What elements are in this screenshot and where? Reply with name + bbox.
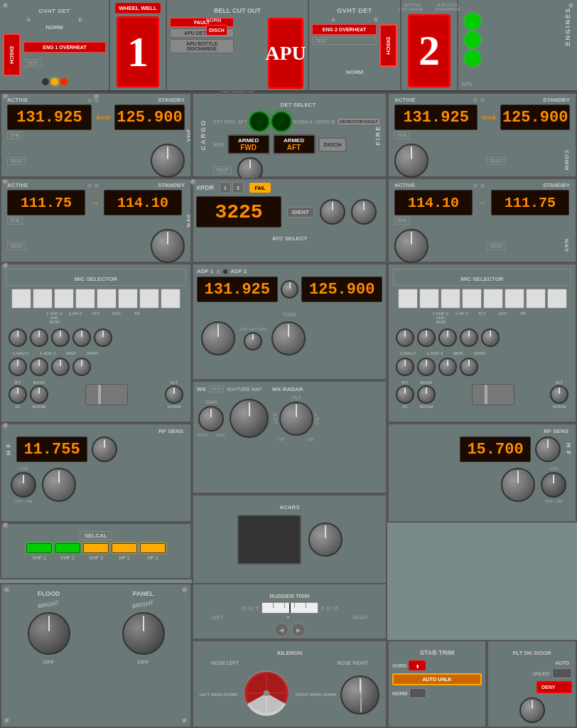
nav-right-active-freq: 114.10	[394, 190, 473, 215]
mic-sel-right-btn-3[interactable]	[441, 289, 460, 309]
eng2-overheat-btn[interactable]: ENG 2 OVERHEAT	[312, 24, 377, 35]
nav-left-transfer-arrow[interactable]: →	[90, 197, 99, 208]
rudder-trim-panel: RUDDER TRIM 15 10 5 5 10 15 LEFT ▼ RIGHT…	[192, 583, 387, 640]
stabilizer-knob[interactable]	[340, 675, 379, 714]
rt-knob-left[interactable]	[9, 385, 27, 404]
stab-trim-panel: STAB TRIM OVRD ▮ AUTO UNLK NORM	[387, 640, 487, 728]
mic-sel-btn-1[interactable]	[11, 289, 31, 309]
mic-sel-btn-5[interactable]	[97, 289, 117, 309]
vhf-left-knob[interactable]	[151, 144, 185, 178]
mic-sel-right-btn-2[interactable]	[419, 289, 439, 309]
det-selector-a[interactable]	[249, 112, 269, 132]
mic-vhf-right-knob-1[interactable]	[396, 328, 414, 347]
mic-sel-btn-7[interactable]	[139, 289, 159, 309]
mic-sel-btn-8[interactable]	[161, 289, 180, 309]
nav-right-transfer-arrow[interactable]: →	[477, 197, 487, 208]
vol-slider-right[interactable]	[472, 384, 514, 405]
vhf-left-dot1	[87, 98, 92, 102]
vhf-right-transfer-arrow[interactable]: ⟺	[482, 112, 496, 123]
mic-sel-btn-4[interactable]	[75, 289, 95, 309]
xpdr-right-knob[interactable]	[351, 199, 377, 225]
ovrd-switch[interactable]: ▮	[409, 660, 426, 670]
map-selector-knob[interactable]	[230, 399, 269, 438]
flt-dk-knob[interactable]	[519, 697, 545, 723]
norm-switch[interactable]	[409, 688, 426, 698]
xpdr-2-btn[interactable]: 2	[232, 182, 244, 193]
det-selector-b[interactable]	[271, 112, 291, 132]
alt-knob-right[interactable]	[550, 385, 568, 404]
mic-vhf-knob-1[interactable]	[9, 328, 27, 347]
test-left-btn[interactable]: TEST	[23, 59, 42, 67]
vhf-right-knob[interactable]	[394, 144, 428, 178]
mic-adf-knob[interactable]	[30, 358, 48, 376]
apu-bottle-discharge-btn[interactable]: APU BOTTLE DISCHARGE	[170, 39, 234, 53]
hf-left-tuning-knob[interactable]	[42, 468, 76, 502]
mic-spkr-right-knob[interactable]	[460, 358, 478, 376]
nose-right: NOSE RIGHT	[337, 660, 368, 665]
vhf-left-transfer-arrow[interactable]: ⟺	[96, 112, 110, 123]
mic-nav-right-knob[interactable]	[396, 358, 414, 376]
mask-knob-left[interactable]	[30, 385, 48, 404]
acars-knob[interactable]	[308, 523, 343, 557]
mic-pa-right-knob[interactable]	[481, 328, 500, 347]
fire-handle-1[interactable]: 1	[117, 16, 159, 87]
mic-mkr-right-knob[interactable]	[438, 358, 457, 376]
adf-right-knob[interactable]	[271, 321, 306, 355]
mask-knob-right[interactable]	[417, 385, 436, 404]
disch-center-btn[interactable]: DISCH	[318, 137, 347, 152]
mic-sel-btn-6[interactable]	[118, 289, 138, 309]
gain-knob[interactable]	[198, 406, 224, 432]
mic-sel-right-btn-1[interactable]	[398, 289, 418, 309]
mic-pa-knob[interactable]	[94, 328, 112, 347]
usb-selector-right[interactable]	[541, 472, 566, 498]
aileron-wheel[interactable]	[242, 668, 291, 721]
rt-knob-right[interactable]	[396, 385, 414, 404]
fire-handle-2[interactable]: 2	[408, 14, 451, 87]
unlkd-switch[interactable]	[552, 668, 572, 678]
disch-right-btn[interactable]: DISCH	[379, 24, 397, 67]
mic-sel-right-btn-4[interactable]	[462, 289, 482, 309]
apu-handle[interactable]: APU	[268, 18, 303, 89]
rudder-right-btn[interactable]: ▶	[291, 623, 306, 637]
nav-right-knob[interactable]	[394, 229, 428, 263]
xpdr-ident-btn[interactable]: IDENT	[287, 207, 314, 218]
test-right-btn[interactable]: TEST	[312, 37, 377, 45]
hf-right-knob[interactable]	[535, 437, 561, 462]
mic-flt-right-knob[interactable]	[438, 328, 457, 347]
mic-adf-right-knob[interactable]	[417, 358, 436, 376]
mic-sel-right-btn-7[interactable]	[526, 289, 546, 309]
mic-vhf-right-knob-2[interactable]	[417, 328, 436, 347]
mic-svc-right-knob[interactable]	[460, 328, 478, 347]
mic-svc-knob[interactable]	[72, 328, 91, 347]
tilt-knob[interactable]	[279, 402, 313, 436]
mic-flt-knob[interactable]	[51, 328, 70, 347]
mic-sel-right-btn-5[interactable]	[483, 289, 503, 309]
panel-knob[interactable]	[122, 612, 165, 655]
mic-spkr-knob[interactable]	[72, 358, 91, 376]
hf-left-knob[interactable]	[92, 437, 117, 462]
rudder-left-btn[interactable]: ◀	[274, 623, 288, 637]
usb-selector-left[interactable]	[11, 472, 36, 498]
mic-sel-right-btn-8[interactable]	[547, 289, 567, 309]
mic-sel-right-btn-6[interactable]	[505, 289, 524, 309]
deny-btn[interactable]: DENY	[536, 681, 572, 693]
mic-vhf-knob-2[interactable]	[30, 328, 48, 347]
auto-unlk-btn[interactable]: AUTO UNLK	[392, 673, 482, 685]
eng1-overheat-btn[interactable]: ENG 1 OVERHEAT	[23, 42, 106, 53]
mic-sel-btn-3[interactable]	[54, 289, 74, 309]
disch-apu-btn[interactable]: DISCH	[206, 25, 227, 36]
alt-knob-left[interactable]	[165, 385, 183, 404]
disch-left-btn[interactable]: DISCH	[3, 33, 21, 76]
adf-left-knob[interactable]	[201, 321, 235, 355]
mic-sel-btn-2[interactable]	[33, 289, 53, 309]
adf-selector-knob[interactable]	[244, 332, 262, 350]
xpdr-1-btn[interactable]: 1	[220, 182, 231, 193]
xpdr-knob[interactable]	[320, 199, 345, 225]
flood-knob[interactable]	[28, 612, 70, 655]
adf-tone-knob[interactable]	[281, 280, 299, 299]
mic-nav-knob[interactable]	[9, 358, 27, 376]
nav-left-knob[interactable]	[151, 229, 185, 263]
hf-right-tuning-knob[interactable]	[501, 468, 535, 502]
vol-slider-left[interactable]	[85, 384, 128, 405]
mic-mkr-knob[interactable]	[51, 358, 70, 376]
